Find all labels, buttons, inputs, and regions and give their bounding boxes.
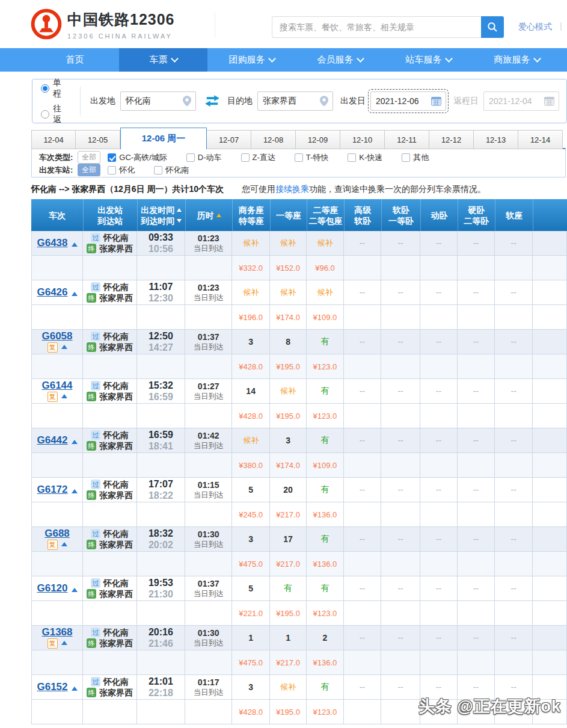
checkbox-icon[interactable] (108, 166, 116, 174)
seat-cell: -- (420, 428, 457, 453)
from-input[interactable]: 怀化南 (120, 91, 196, 111)
site-subtitle: 12306 CHINA RAILWAY (67, 32, 175, 40)
train-code-link[interactable]: G6426 (37, 287, 67, 298)
love-mode-link[interactable]: 爱心模式 (518, 22, 552, 32)
price-cell: ¥217.0 (270, 650, 307, 675)
nav-item-home[interactable]: 首页 (31, 48, 119, 72)
price-row-G6120: ¥221.0¥195.0¥123.0 (31, 601, 567, 626)
seat-cell: 20 (270, 478, 307, 502)
date-tab-12-13[interactable]: 12-13 (474, 130, 518, 149)
train-code-link[interactable]: G6438 (37, 238, 67, 248)
sort-down-icon[interactable] (177, 219, 182, 223)
expand-arrow-icon[interactable] (72, 489, 78, 493)
empty-cell (533, 453, 567, 478)
filter-type-k[interactable]: K-快速 (348, 152, 382, 163)
empty-cell (137, 502, 185, 527)
duration-cell: 01:17当日到达 (185, 675, 232, 700)
col-header-duration[interactable]: 历时 (185, 199, 232, 231)
date-tab-12-06[interactable]: 12-06 周一 (120, 128, 207, 149)
nav-item-station-services[interactable]: 站车服务 (384, 48, 473, 72)
search-input[interactable] (272, 16, 481, 38)
train-code-link[interactable]: G6442 (37, 435, 67, 446)
filter-station-huaihuanan[interactable]: 怀化南 (154, 165, 189, 176)
price-cell: ¥174.0 (270, 305, 307, 330)
sort-up-icon[interactable] (216, 214, 221, 217)
return-date-label: 返程日 (453, 96, 479, 106)
chevron-down-icon (445, 55, 453, 63)
filter-station-huaihua[interactable]: 怀化 (108, 165, 135, 176)
depart-date-input[interactable]: 2021-12-06 (370, 91, 446, 111)
checkbox-icon[interactable] (154, 166, 162, 174)
expand-arrow-icon[interactable] (72, 242, 78, 247)
price-cell: ¥152.0 (270, 256, 307, 280)
filter-type-other[interactable]: 其他 (402, 152, 429, 163)
empty-cell (185, 601, 232, 626)
nav-item-business-services[interactable]: 商旅服务 (473, 48, 561, 72)
expand-arrow-icon[interactable] (61, 345, 67, 349)
to-input[interactable]: 张家界西 (257, 91, 333, 111)
date-tab-12-04[interactable]: 12-04 (31, 130, 76, 149)
duration-cell: 01:23当日到达 (185, 231, 232, 256)
expand-arrow-icon[interactable] (61, 641, 67, 645)
col-header-times[interactable]: 出发时间到达时间 (137, 199, 185, 231)
checkbox-icon[interactable] (241, 153, 250, 162)
price-cell (458, 601, 495, 626)
expand-arrow-icon[interactable] (61, 542, 67, 546)
expand-arrow-icon[interactable] (72, 440, 78, 444)
seat-cell: -- (344, 379, 381, 404)
search-button[interactable] (481, 16, 504, 38)
date-tab-12-07[interactable]: 12-07 (207, 130, 251, 149)
date-tab-12-09[interactable]: 12-09 (296, 130, 340, 149)
train-code-link[interactable]: G1368 (41, 627, 72, 638)
depart-station-all-button[interactable]: 全部 (78, 164, 100, 176)
station-name: 怀化南 (103, 628, 129, 637)
expand-arrow-icon[interactable] (72, 686, 78, 691)
train-code-link[interactable]: G6120 (37, 583, 67, 594)
train-code-link[interactable]: G6172 (37, 484, 67, 495)
expand-arrow-icon[interactable] (72, 588, 78, 592)
times-cell: 20:1621:46 (137, 626, 185, 650)
checkbox-icon[interactable] (108, 153, 116, 162)
filter-type-t[interactable]: T-特快 (295, 152, 329, 163)
duration-value: 01:23 (198, 283, 219, 292)
checkbox-icon[interactable] (186, 153, 195, 162)
trip-type-roundtrip[interactable]: 往返 (41, 103, 69, 125)
empty-cell (83, 601, 137, 626)
date-tab-12-08[interactable]: 12-08 (251, 130, 296, 149)
swap-stations-button[interactable] (204, 95, 220, 107)
date-tab-12-05[interactable]: 12-05 (76, 130, 120, 149)
date-tab-12-12[interactable]: 12-12 (429, 130, 474, 149)
date-tab-12-11[interactable]: 12-11 (385, 130, 429, 149)
train-row-G6120: G6120过怀化南终张家界西19:5321:3001:37当日到达5有有----… (31, 576, 567, 601)
train-type-all-button[interactable]: 全部 (78, 151, 100, 164)
date-tab-12-14[interactable]: 12-14 (518, 130, 563, 149)
seat-cell: 有 (307, 527, 343, 552)
checkbox-icon[interactable] (295, 153, 303, 162)
transfer-link[interactable]: 接续换乘 (275, 184, 309, 194)
nav-item-member-services[interactable]: 会员服务 (296, 48, 384, 72)
form-divider (80, 87, 81, 116)
duration-cell: 01:42当日到达 (185, 428, 232, 453)
depart-date-label: 出发日 (340, 96, 366, 106)
filter-type-z[interactable]: Z-直达 (241, 152, 275, 163)
nav-item-group-services[interactable]: 团购服务 (207, 48, 296, 72)
nav-item-tickets[interactable]: 车票 (119, 48, 207, 72)
trip-type-oneway[interactable]: 单程 (41, 78, 69, 99)
train-code-link[interactable]: G6152 (37, 682, 67, 693)
return-date-input[interactable]: 2021-12-04 (483, 91, 559, 111)
sort-up-icon[interactable] (177, 208, 182, 212)
seat-cell: -- (420, 330, 457, 354)
checkbox-icon[interactable] (348, 153, 356, 162)
date-tab-12-10[interactable]: 12-10 (340, 130, 385, 149)
filter-type-d[interactable]: D-动车 (186, 152, 222, 163)
train-code-link[interactable]: G688 (44, 528, 70, 539)
train-row-G6144: G6144复过怀化南终张家界西15:3216:5901:27当日到达14候补有-… (31, 379, 567, 404)
expand-arrow-icon[interactable] (72, 292, 78, 296)
train-code-link[interactable]: G6058 (41, 331, 72, 342)
nav-item-label: 团购服务 (229, 54, 265, 66)
checkbox-icon[interactable] (402, 153, 410, 162)
train-code-link[interactable]: G6144 (41, 380, 72, 391)
filter-type-gc[interactable]: GC-高铁/城际 (108, 152, 167, 163)
expand-arrow-icon[interactable] (61, 394, 67, 398)
duration-cell: 01:37当日到达 (185, 576, 232, 601)
